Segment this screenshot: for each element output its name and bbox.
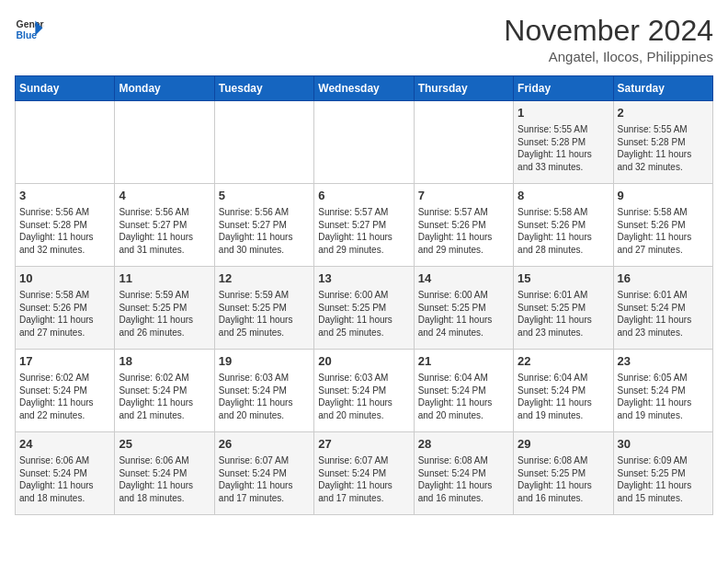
day-detail: Sunrise: 5:57 AM Sunset: 5:27 PM Dayligh… — [318, 206, 409, 256]
day-number: 25 — [119, 436, 210, 453]
calendar-cell: 2Sunrise: 5:55 AM Sunset: 5:28 PM Daylig… — [613, 101, 712, 184]
calendar-cell: 5Sunrise: 5:56 AM Sunset: 5:27 PM Daylig… — [214, 184, 313, 267]
calendar-cell: 16Sunrise: 6:01 AM Sunset: 5:24 PM Dayli… — [613, 267, 712, 350]
calendar-cell: 9Sunrise: 5:58 AM Sunset: 5:26 PM Daylig… — [613, 184, 712, 267]
calendar-cell: 22Sunrise: 6:04 AM Sunset: 5:24 PM Dayli… — [514, 350, 613, 432]
weekday-friday: Friday — [514, 76, 613, 101]
day-number: 21 — [418, 353, 509, 370]
calendar-cell: 11Sunrise: 5:59 AM Sunset: 5:25 PM Dayli… — [115, 267, 214, 350]
calendar-cell: 6Sunrise: 5:57 AM Sunset: 5:27 PM Daylig… — [314, 184, 414, 267]
calendar-cell: 3Sunrise: 5:56 AM Sunset: 5:28 PM Daylig… — [16, 184, 115, 267]
day-number: 30 — [618, 436, 709, 453]
day-detail: Sunrise: 5:59 AM Sunset: 5:25 PM Dayligh… — [219, 289, 310, 339]
calendar-cell — [214, 101, 313, 184]
calendar-body: 1Sunrise: 5:55 AM Sunset: 5:28 PM Daylig… — [16, 101, 713, 515]
calendar-cell: 19Sunrise: 6:03 AM Sunset: 5:24 PM Dayli… — [214, 350, 313, 432]
day-detail: Sunrise: 5:59 AM Sunset: 5:25 PM Dayligh… — [119, 289, 210, 339]
day-number: 15 — [518, 270, 609, 287]
logo-icon: General Blue — [15, 15, 44, 44]
weekday-thursday: Thursday — [414, 76, 513, 101]
day-detail: Sunrise: 6:01 AM Sunset: 5:24 PM Dayligh… — [618, 289, 709, 339]
weekday-saturday: Saturday — [613, 76, 712, 101]
day-detail: Sunrise: 5:55 AM Sunset: 5:28 PM Dayligh… — [518, 123, 609, 173]
week-row-1: 1Sunrise: 5:55 AM Sunset: 5:28 PM Daylig… — [16, 101, 713, 184]
day-detail: Sunrise: 5:57 AM Sunset: 5:26 PM Dayligh… — [418, 206, 509, 256]
calendar-cell: 28Sunrise: 6:08 AM Sunset: 5:24 PM Dayli… — [414, 432, 513, 515]
day-detail: Sunrise: 6:01 AM Sunset: 5:25 PM Dayligh… — [518, 289, 609, 339]
calendar-cell: 20Sunrise: 6:03 AM Sunset: 5:24 PM Dayli… — [314, 350, 414, 432]
day-number: 5 — [219, 188, 310, 204]
day-number: 11 — [119, 270, 210, 287]
calendar-cell — [414, 101, 513, 184]
calendar-cell — [115, 101, 214, 184]
location: Angatel, Ilocos, Philippines — [504, 49, 713, 64]
day-number: 4 — [119, 188, 210, 204]
day-number: 9 — [618, 188, 709, 204]
day-detail: Sunrise: 5:58 AM Sunset: 5:26 PM Dayligh… — [618, 206, 709, 256]
calendar-cell: 1Sunrise: 5:55 AM Sunset: 5:28 PM Daylig… — [514, 101, 613, 184]
day-detail: Sunrise: 6:04 AM Sunset: 5:24 PM Dayligh… — [418, 372, 509, 421]
weekday-wednesday: Wednesday — [314, 76, 414, 101]
calendar-cell — [314, 101, 414, 184]
day-detail: Sunrise: 6:08 AM Sunset: 5:25 PM Dayligh… — [518, 454, 609, 504]
calendar-cell: 8Sunrise: 5:58 AM Sunset: 5:26 PM Daylig… — [514, 184, 613, 267]
day-number: 29 — [518, 436, 609, 453]
day-detail: Sunrise: 6:06 AM Sunset: 5:24 PM Dayligh… — [119, 454, 210, 504]
day-number: 6 — [318, 188, 409, 204]
calendar-cell: 21Sunrise: 6:04 AM Sunset: 5:24 PM Dayli… — [414, 350, 513, 432]
day-number: 13 — [318, 270, 409, 287]
calendar-cell: 18Sunrise: 6:02 AM Sunset: 5:24 PM Dayli… — [115, 350, 214, 432]
day-detail: Sunrise: 6:03 AM Sunset: 5:24 PM Dayligh… — [219, 372, 310, 421]
day-detail: Sunrise: 5:58 AM Sunset: 5:26 PM Dayligh… — [19, 289, 110, 339]
day-number: 28 — [418, 436, 509, 453]
calendar-table: SundayMondayTuesdayWednesdayThursdayFrid… — [15, 75, 713, 515]
week-row-2: 3Sunrise: 5:56 AM Sunset: 5:28 PM Daylig… — [16, 184, 713, 267]
calendar-cell: 17Sunrise: 6:02 AM Sunset: 5:24 PM Dayli… — [16, 350, 115, 432]
calendar-cell — [16, 101, 115, 184]
weekday-sunday: Sunday — [16, 76, 115, 101]
week-row-4: 17Sunrise: 6:02 AM Sunset: 5:24 PM Dayli… — [16, 350, 713, 432]
calendar-cell: 13Sunrise: 6:00 AM Sunset: 5:25 PM Dayli… — [314, 267, 414, 350]
day-number: 12 — [219, 270, 310, 287]
day-detail: Sunrise: 6:06 AM Sunset: 5:24 PM Dayligh… — [19, 454, 110, 504]
calendar-cell: 24Sunrise: 6:06 AM Sunset: 5:24 PM Dayli… — [16, 432, 115, 515]
day-number: 14 — [418, 270, 509, 287]
logo: General Blue — [15, 15, 44, 44]
title-block: November 2024 Angatel, Ilocos, Philippin… — [504, 15, 713, 64]
weekday-monday: Monday — [115, 76, 214, 101]
day-number: 1 — [518, 105, 609, 121]
day-number: 2 — [618, 105, 709, 121]
day-detail: Sunrise: 5:58 AM Sunset: 5:26 PM Dayligh… — [518, 206, 609, 256]
svg-text:Blue: Blue — [17, 30, 38, 40]
day-detail: Sunrise: 6:02 AM Sunset: 5:24 PM Dayligh… — [119, 372, 210, 421]
calendar-cell: 27Sunrise: 6:07 AM Sunset: 5:24 PM Dayli… — [314, 432, 414, 515]
day-detail: Sunrise: 6:02 AM Sunset: 5:24 PM Dayligh… — [19, 372, 110, 421]
calendar-cell: 30Sunrise: 6:09 AM Sunset: 5:25 PM Dayli… — [613, 432, 712, 515]
day-detail: Sunrise: 5:55 AM Sunset: 5:28 PM Dayligh… — [618, 123, 709, 173]
day-number: 19 — [219, 353, 310, 370]
calendar-cell: 7Sunrise: 5:57 AM Sunset: 5:26 PM Daylig… — [414, 184, 513, 267]
day-number: 26 — [219, 436, 310, 453]
page-header: General Blue November 2024 Angatel, Iloc… — [15, 15, 713, 64]
day-number: 10 — [19, 270, 110, 287]
day-number: 27 — [318, 436, 409, 453]
calendar-cell: 29Sunrise: 6:08 AM Sunset: 5:25 PM Dayli… — [514, 432, 613, 515]
week-row-3: 10Sunrise: 5:58 AM Sunset: 5:26 PM Dayli… — [16, 267, 713, 350]
day-detail: Sunrise: 6:05 AM Sunset: 5:24 PM Dayligh… — [618, 372, 709, 421]
day-detail: Sunrise: 6:07 AM Sunset: 5:24 PM Dayligh… — [219, 454, 310, 504]
day-detail: Sunrise: 5:56 AM Sunset: 5:27 PM Dayligh… — [219, 206, 310, 256]
day-number: 18 — [119, 353, 210, 370]
calendar-cell: 10Sunrise: 5:58 AM Sunset: 5:26 PM Dayli… — [16, 267, 115, 350]
day-detail: Sunrise: 6:03 AM Sunset: 5:24 PM Dayligh… — [318, 372, 409, 421]
day-detail: Sunrise: 6:07 AM Sunset: 5:24 PM Dayligh… — [318, 454, 409, 504]
calendar-cell: 12Sunrise: 5:59 AM Sunset: 5:25 PM Dayli… — [214, 267, 313, 350]
day-detail: Sunrise: 6:00 AM Sunset: 5:25 PM Dayligh… — [318, 289, 409, 339]
day-number: 3 — [19, 188, 110, 204]
calendar-cell: 25Sunrise: 6:06 AM Sunset: 5:24 PM Dayli… — [115, 432, 214, 515]
week-row-5: 24Sunrise: 6:06 AM Sunset: 5:24 PM Dayli… — [16, 432, 713, 515]
calendar-cell: 23Sunrise: 6:05 AM Sunset: 5:24 PM Dayli… — [613, 350, 712, 432]
day-detail: Sunrise: 5:56 AM Sunset: 5:27 PM Dayligh… — [119, 206, 210, 256]
day-detail: Sunrise: 6:09 AM Sunset: 5:25 PM Dayligh… — [618, 454, 709, 504]
day-number: 24 — [19, 436, 110, 453]
day-number: 20 — [318, 353, 409, 370]
